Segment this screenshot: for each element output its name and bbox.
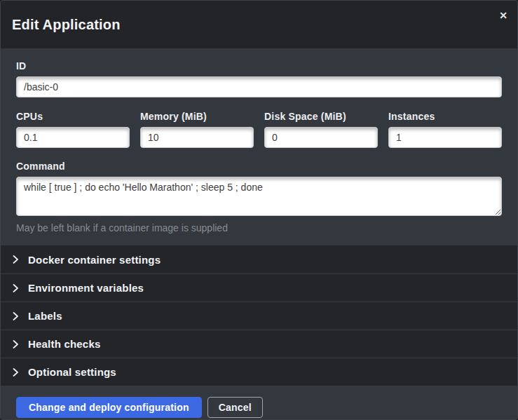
section-health-checks[interactable]: Health checks	[1, 330, 517, 358]
resources-row: CPUs Memory (MiB) Disk Space (MiB) Insta…	[16, 111, 502, 148]
cpus-label: CPUs	[16, 111, 130, 122]
command-help-text: May be left blank if a container image i…	[16, 222, 502, 233]
disk-input[interactable]	[264, 127, 378, 148]
field-memory: Memory (MiB)	[140, 111, 254, 148]
edit-application-modal: Edit Application ✕ ID CPUs Memory (MiB) …	[0, 0, 518, 420]
chevron-right-icon	[12, 340, 19, 348]
accordion-sections: Docker container settings Environment va…	[1, 245, 517, 386]
chevron-right-icon	[12, 284, 19, 292]
cancel-button[interactable]: Cancel	[207, 397, 263, 418]
close-icon[interactable]: ✕	[499, 11, 507, 20]
section-label: Labels	[28, 310, 62, 322]
modal-title: Edit Application	[12, 17, 121, 33]
section-docker-container-settings[interactable]: Docker container settings	[1, 245, 517, 273]
section-labels[interactable]: Labels	[1, 302, 517, 330]
instances-label: Instances	[388, 111, 502, 122]
modal-footer: Change and deploy configuration Cancel	[1, 386, 517, 420]
field-disk: Disk Space (MiB)	[264, 111, 378, 148]
field-id: ID	[16, 60, 502, 97]
field-cpus: CPUs	[16, 111, 130, 148]
section-label: Health checks	[28, 338, 100, 350]
field-instances: Instances	[388, 111, 502, 148]
command-textarea[interactable]: while [ true ] ; do echo 'Hello Marathon…	[16, 177, 502, 216]
field-command: Command while [ true ] ; do echo 'Hello …	[16, 161, 502, 233]
chevron-right-icon	[12, 255, 19, 264]
modal-header: Edit Application ✕	[1, 1, 517, 48]
section-environment-variables[interactable]: Environment variables	[1, 273, 517, 302]
memory-label: Memory (MiB)	[140, 111, 254, 122]
id-input[interactable]	[16, 76, 502, 97]
section-label: Optional settings	[28, 366, 116, 378]
instances-input[interactable]	[388, 127, 502, 148]
section-label: Environment variables	[28, 282, 144, 294]
command-label: Command	[16, 161, 502, 172]
cpus-input[interactable]	[16, 127, 130, 148]
section-label: Docker container settings	[28, 254, 161, 266]
application-form: ID CPUs Memory (MiB) Disk Space (MiB) In…	[1, 48, 517, 245]
disk-label: Disk Space (MiB)	[264, 111, 378, 122]
chevron-right-icon	[12, 312, 19, 320]
id-label: ID	[16, 60, 502, 72]
chevron-right-icon	[12, 368, 19, 377]
change-and-deploy-button[interactable]: Change and deploy configuration	[16, 397, 202, 418]
memory-input[interactable]	[140, 127, 254, 148]
section-optional-settings[interactable]: Optional settings	[1, 358, 517, 386]
